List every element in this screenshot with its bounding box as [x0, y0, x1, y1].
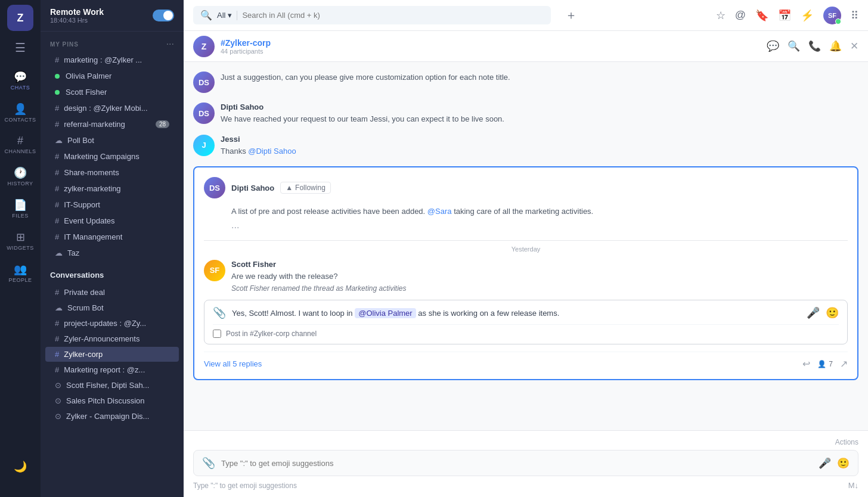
hash-icon: #: [55, 168, 59, 177]
hash-icon: #: [55, 288, 59, 297]
thread-avatar: DS: [204, 177, 225, 198]
pin-marketing-channel[interactable]: # marketing : @Zylker ...: [45, 52, 179, 67]
sidebar-item-channels[interactable]: # CHANNELS: [2, 131, 38, 158]
pin-olivia-palmer[interactable]: Olivia Palmer: [45, 69, 179, 83]
conv-private-deal[interactable]: # Private deal: [45, 285, 179, 300]
contacts-icon: 👤: [14, 102, 27, 116]
emoji-icon[interactable]: 🙂: [826, 306, 839, 319]
channel-name-block: #Zylker-corp 44 participants: [221, 38, 271, 55]
mic-icon[interactable]: 🎤: [807, 306, 820, 319]
hamburger-icon[interactable]: ☰: [15, 41, 26, 55]
thread-card: DS Dipti Sahoo ▲ Following A list of pre…: [193, 166, 858, 380]
msg-content: Jessi Thanks @Dipti Sahoo: [221, 135, 858, 157]
search-input[interactable]: [242, 11, 544, 20]
post-checkbox[interactable]: [213, 330, 221, 338]
conv-sales-pitch[interactable]: ⊙ Sales Pitch Discussion: [45, 393, 179, 408]
message-input-bar: Actions 📎 🎤 🙂 Type ":" to get emoji sugg…: [184, 430, 868, 497]
reply-text: Yes, Scott! Almost. I want to loop in @O…: [232, 309, 801, 318]
group-icon: ⊙: [55, 396, 61, 405]
search-icon[interactable]: 🔍: [788, 40, 800, 52]
conv-zylker-corp[interactable]: # Zylker-corp: [45, 347, 179, 362]
pin-marketing-campaigns[interactable]: # Marketing Campaigns: [45, 149, 179, 164]
calendar-icon[interactable]: 📅: [778, 9, 791, 22]
emoji-icon[interactable]: 🙂: [837, 457, 850, 470]
thread-sender-name: Dipti Sahoo: [231, 184, 274, 192]
pin-scott-fisher[interactable]: Scott Fisher: [45, 85, 179, 100]
pin-it-support[interactable]: # IT-Support: [45, 197, 179, 212]
pin-poll-bot[interactable]: ☁ Poll Bot: [45, 133, 179, 148]
scott-reply-row: SF Scott Fisher Are we ready with the re…: [204, 260, 848, 293]
chat-icon[interactable]: 💬: [767, 40, 779, 52]
top-bar: 🔍 All ▾ ＋ ☆ @ 🔖 📅 ⚡ SF ⠿: [184, 0, 868, 31]
search-icon: 🔍: [200, 10, 212, 21]
conv-scrum-bot[interactable]: ☁ Scrum Bot: [45, 300, 179, 315]
bookmark-icon[interactable]: 🔖: [755, 9, 768, 22]
conv-marketing-report[interactable]: # Marketing report : @z...: [45, 362, 179, 377]
ellipsis-icon[interactable]: ···: [231, 222, 239, 232]
zap-icon[interactable]: ⚡: [801, 9, 814, 22]
user-avatar[interactable]: SF: [823, 7, 841, 24]
bot-icon: ☁: [55, 248, 63, 257]
pin-referral-marketing[interactable]: # referral-marketing 28: [45, 117, 179, 132]
theme-toggle-icon[interactable]: 🌙: [2, 456, 38, 478]
hash-icon: #: [55, 184, 59, 193]
thread-divider: Yesterday: [204, 240, 848, 253]
msg-avatar: DS: [193, 72, 215, 93]
pin-zylker-marketing[interactable]: # zylker-marketing: [45, 181, 179, 196]
pin-share-moments[interactable]: # Share-moments: [45, 165, 179, 180]
markdown-icon[interactable]: M↓: [848, 481, 858, 490]
workspace-toggle[interactable]: [153, 10, 174, 21]
mention: @Dipti Sahoo: [248, 147, 296, 156]
sidebar-item-history[interactable]: 🕐 HISTORY: [2, 163, 38, 190]
pins-more-icon[interactable]: ···: [166, 39, 174, 49]
mic-icon[interactable]: 🎤: [819, 457, 831, 470]
thread-message: A list of pre and post release activitie…: [204, 206, 848, 218]
pin-event-updates[interactable]: # Event Updates: [45, 213, 179, 228]
grid-icon[interactable]: ⠿: [851, 9, 858, 22]
pin-design-channel[interactable]: # design : @Zylker Mobi...: [45, 101, 179, 116]
pin-it-management[interactable]: # IT Manangement: [45, 229, 179, 244]
reply-input-row: 📎 Yes, Scott! Almost. I want to loop in …: [213, 306, 839, 319]
left-panel: Remote Work 18:40:43 Hrs My Pins ··· # m…: [41, 0, 184, 497]
star-icon[interactable]: ☆: [716, 9, 726, 22]
phone-icon[interactable]: 📞: [808, 40, 821, 52]
chats-icon: 💬: [14, 70, 27, 83]
conv-project-updates[interactable]: # project-updates : @Zy...: [45, 316, 179, 331]
sidebar-item-widgets[interactable]: ⊞ WIDGETS: [2, 227, 38, 254]
top-bar-actions: ☆ @ 🔖 📅 ⚡ SF ⠿: [716, 7, 858, 24]
attach-icon[interactable]: 📎: [213, 306, 226, 319]
conv-zylker-campaign[interactable]: ⊙ Zylker - Campaign Dis...: [45, 409, 179, 424]
attach-icon[interactable]: 📎: [202, 456, 215, 470]
msg-content: Dipti Sahoo We have reached your request…: [221, 102, 858, 125]
add-button[interactable]: ＋: [565, 7, 577, 23]
search-filter[interactable]: All ▾: [217, 11, 232, 20]
sidebar-item-chats[interactable]: 💬 CHATS: [2, 67, 38, 94]
bell-icon[interactable]: 🔔: [829, 40, 842, 52]
conv-zyler-announcements[interactable]: # Zyler-Announcements: [45, 331, 179, 346]
conv-scott-dipti[interactable]: ⊙ Scott Fisher, Dipti Sah...: [45, 378, 179, 393]
sidebar-item-contacts[interactable]: 👤 CONTACTS: [2, 99, 38, 126]
participants-count: 👤 7: [817, 360, 833, 368]
message-row: J Jessi Thanks @Dipti Sahoo: [193, 135, 858, 157]
pin-taz[interactable]: ☁ Taz: [45, 246, 179, 260]
message-input[interactable]: [221, 459, 813, 468]
close-icon[interactable]: ✕: [850, 40, 858, 52]
expand-icon[interactable]: ↗: [840, 358, 848, 369]
files-icon: 📄: [14, 198, 27, 212]
input-bottom: Type ":" to get emoji suggestions M↓: [193, 481, 858, 490]
view-replies-link[interactable]: View all 5 replies: [204, 359, 262, 368]
thread-footer: View all 5 replies ↩ 👤 7 ↗: [204, 352, 848, 369]
hash-icon: #: [55, 104, 59, 113]
mention-icon[interactable]: @: [735, 9, 746, 21]
search-container: 🔍 All ▾: [193, 6, 551, 24]
following-icon: ▲: [286, 184, 293, 192]
reply-icons: 🎤 🙂: [807, 306, 839, 319]
scott-avatar: SF: [204, 260, 225, 281]
channel-actions: 💬 🔍 📞 🔔 ✕: [767, 40, 858, 52]
reply-icon[interactable]: ↩: [802, 358, 810, 369]
emoji-hint: Type ":" to get emoji suggestions: [193, 482, 297, 490]
group-icon: ⊙: [55, 381, 61, 390]
search-divider: [237, 11, 237, 20]
sidebar-item-people[interactable]: 👥 PEOPLE: [2, 259, 38, 287]
sidebar-item-files[interactable]: 📄 FILES: [2, 195, 38, 222]
